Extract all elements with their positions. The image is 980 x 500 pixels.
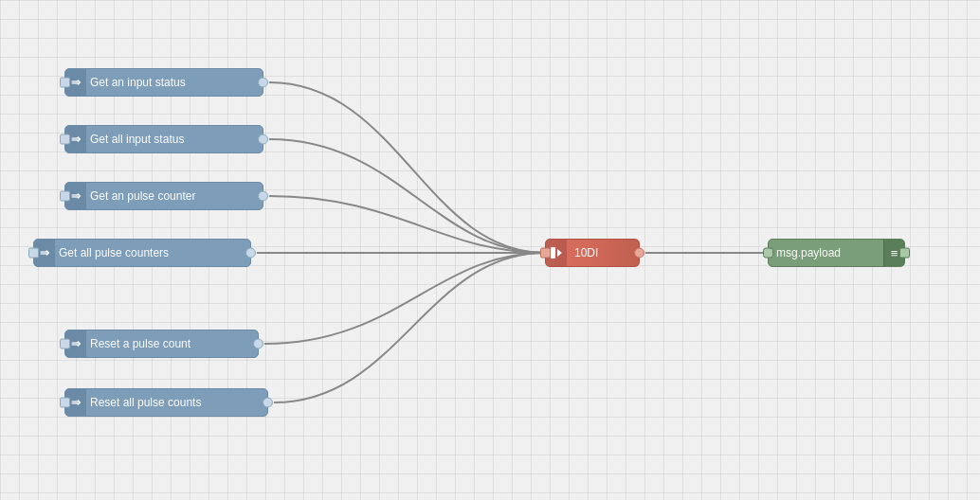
node-get-input-status[interactable]: ⇒ Get an input status	[64, 68, 263, 97]
port-left-debug	[763, 248, 773, 259]
node-get-all-input-status[interactable]: ⇒ Get all input status	[64, 125, 263, 153]
port-right-6	[263, 398, 273, 408]
node-label-2: Get all input status	[86, 133, 191, 146]
node-get-pulse-counter[interactable]: ⇒ Get an pulse counter	[64, 182, 263, 210]
port-right-5	[253, 339, 263, 349]
port-right-2	[258, 134, 268, 145]
port-left-6	[60, 398, 70, 408]
node-label-10di: 10DI	[567, 246, 606, 259]
port-left-4	[28, 248, 39, 259]
port-right-debug	[899, 248, 910, 259]
node-label-debug: msg.payload	[769, 246, 883, 259]
flow-canvas[interactable]: ⇒ Get an input status ⇒ Get all input st…	[0, 0, 980, 500]
node-reset-all-pulse-counts[interactable]: ⇒ Reset all pulse counts	[64, 388, 268, 417]
port-left-3	[60, 191, 70, 202]
node-get-all-pulse-counters[interactable]: ⇒ Get all pulse counters	[33, 239, 251, 267]
node-10di[interactable]: 10DI	[545, 239, 640, 267]
node-label-1: Get an input status	[86, 76, 193, 89]
port-left-10di	[540, 248, 551, 259]
port-right-4	[245, 248, 256, 259]
node-label-3: Get an pulse counter	[86, 189, 203, 203]
node-msg-payload[interactable]: msg.payload ≡	[768, 239, 905, 267]
node-label-4: Get all pulse counters	[55, 246, 176, 259]
port-left-1	[60, 78, 70, 88]
node-label-6: Reset all pulse counts	[86, 396, 209, 409]
port-right-3	[258, 191, 268, 202]
node-label-5: Reset a pulse count	[86, 337, 198, 350]
node-reset-pulse-count[interactable]: ⇒ Reset a pulse count	[64, 330, 259, 358]
port-left-2	[60, 134, 70, 145]
port-right-1	[258, 78, 268, 88]
svg-rect-0	[551, 247, 555, 259]
port-right-10di	[634, 248, 644, 259]
port-left-5	[60, 339, 70, 349]
